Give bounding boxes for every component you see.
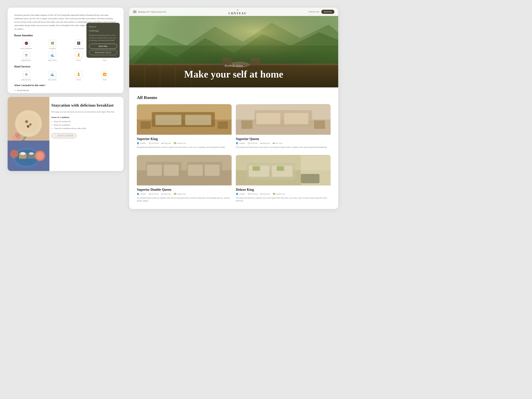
rooms-grid: Superior King 👤 2 Adults ⬜ 24-26 m2 🛏 Ki… xyxy=(137,104,331,204)
meta-size: ⬜ 24-26 m2 xyxy=(149,193,159,195)
need-help-button[interactable]: Need help? Call us! xyxy=(89,50,117,55)
wifi-label: WIFI xyxy=(103,60,107,61)
food-image-left xyxy=(8,97,49,146)
heat-pool-icon: 🌊 xyxy=(49,51,56,59)
hero-title: Make your self at home xyxy=(129,69,338,80)
service-heat-pool-label: HEAT POOL xyxy=(48,79,57,81)
svg-rect-39 xyxy=(155,115,181,125)
svg-rect-55 xyxy=(164,165,179,176)
room-image-king xyxy=(137,104,232,135)
list-item: Enjoy No Facility Fee. xyxy=(54,120,117,123)
hamburger-menu-icon[interactable] xyxy=(133,11,136,13)
room-detail-card: Surround yourself with simple elegance i… xyxy=(8,8,124,93)
room-info-queen: Superior Queen 👤 2 Adults ⬜ 24-36 m2 🛏 K… xyxy=(236,135,331,151)
terms-title: Terms & Conditions xyxy=(51,116,117,118)
room-card-double-queen[interactable]: Superior Double Queen 👤 2 Adults ⬜ 24-26… xyxy=(137,155,232,204)
room-card-deluxe-king[interactable]: Deluxe King 👤 2 Adults ⬜ 34-36 m2 🛏 King… xyxy=(236,155,331,204)
car-parking-icon: 🅿 xyxy=(75,40,82,47)
meta-size: ⬜ 34-36 m2 xyxy=(247,193,258,195)
staycation-card: Staycation with delicious breakfast The … xyxy=(8,97,124,171)
hotel-logo-container: ✦ CHÂTEAU xyxy=(228,9,247,15)
room-desc-king: Designed and manufactured by a team of e… xyxy=(137,146,232,149)
room-name-king: Superior King xyxy=(137,137,232,141)
svg-rect-40 xyxy=(185,115,211,125)
breakfast-icon: ☕ xyxy=(23,51,30,59)
car-parking-label: CAR PARKING xyxy=(73,48,84,50)
room-image-double-queen xyxy=(137,155,232,185)
service-wifi-label: WIFI xyxy=(103,79,107,81)
svg-rect-61 xyxy=(301,174,319,183)
room-info-king: Superior King 👤 2 Adults ⬜ 24-26 m2 🛏 Ki… xyxy=(137,135,232,151)
svg-point-4 xyxy=(29,123,32,126)
hero-subtitle: Room & Suites xyxy=(129,64,338,67)
meta-adults: 👤 2 Adults xyxy=(236,142,245,144)
list-item: 140×200 cm Elite bed xyxy=(17,92,117,93)
room-card-superior-king[interactable]: Superior King 👤 2 Adults ⬜ 24-26 m2 🛏 Ki… xyxy=(137,104,232,151)
hotel-services-grid: ☕ BREAKFAST 🌊 HEAT POOL 🧘 YOGA 📶 WIFI xyxy=(14,71,117,81)
meta-size: ⬜ 24-36 m2 xyxy=(247,142,258,144)
service-yoga: 🧘 YOGA xyxy=(66,71,91,81)
list-item: Cannot be combined with any other offers… xyxy=(54,127,117,130)
room-meta-queen: 👤 2 Adults ⬜ 24-36 m2 🛏 King size 🏙 City… xyxy=(236,142,331,144)
breakfast-label: BREAKFAST xyxy=(21,60,31,61)
room-meta-double-queen: 👤 2 Adults ⬜ 24-26 m2 🛏 King size 🌿 Gard… xyxy=(137,193,232,195)
hotel-services-section: Hotel Services ☕ BREAKFAST 🌊 HEAT POOL 🧘… xyxy=(14,65,117,81)
amenity-breakfast: ☕ BREAKFAST xyxy=(14,51,38,61)
service-wifi: 📶 WIFI xyxy=(93,71,117,81)
staycation-title: Staycation with delicious breakfast xyxy=(51,103,117,108)
svg-rect-47 xyxy=(284,113,308,124)
room-meta-king: 👤 2 Adults ⬜ 24-26 m2 🛏 King size 🌿 Gard… xyxy=(137,142,232,144)
svg-point-8 xyxy=(15,133,19,137)
meta-view: 🌿 Garden view xyxy=(273,193,285,195)
service-breakfast-label: BREAKFAST xyxy=(21,79,31,81)
service-breakfast: ☕ BREAKFAST xyxy=(14,71,38,81)
room-name-queen: Superior Queen xyxy=(236,137,331,141)
rooms-section: All Rooms xyxy=(129,89,338,209)
service-breakfast-icon: ☕ xyxy=(23,71,30,78)
svg-point-17 xyxy=(36,152,44,160)
garden-label: GARDEN xyxy=(49,48,56,50)
svg-rect-42 xyxy=(218,121,228,129)
hotel-header: Manhattan, NY • Mostly Sunny 34°C ✦ CHÂT… xyxy=(129,8,338,16)
room-name-double-queen: Superior Double Queen xyxy=(137,188,232,192)
heat-pool-label: HEAT POOL xyxy=(48,60,57,61)
meta-view: 🌿 Garden view xyxy=(174,193,186,195)
hotel-logo: CHÂTEAU xyxy=(228,12,247,15)
reserve-box: Reserve: $1200/Night Designed and manufa… xyxy=(86,23,120,58)
meta-adults: 👤 2 Adults xyxy=(137,193,146,195)
room-desc-deluxe-king: This king room delivers a superior stay … xyxy=(236,196,331,202)
book-now-button[interactable]: Book Now xyxy=(89,44,117,49)
meta-bed: 🛏 King size xyxy=(161,193,171,195)
terms-list: Enjoy No Facility Fee. Based on availabi… xyxy=(51,120,117,130)
room-image-queen xyxy=(236,104,331,135)
yoga-label: YOGA xyxy=(76,60,81,61)
service-yoga-label: YOGA xyxy=(76,79,81,81)
room-desc-queen: Soft neutrals and sleek brass accents sh… xyxy=(236,146,331,149)
meta-adults: 👤 2 Adults xyxy=(236,193,245,195)
room-info-double-queen: Superior Double Queen 👤 2 Adults ⬜ 24-26… xyxy=(137,185,232,204)
meta-view: 🌿 Garden view xyxy=(174,142,186,144)
hotel-book-now-button[interactable]: Book Now xyxy=(321,10,334,14)
svg-point-2 xyxy=(18,114,39,133)
service-heat-pool: 🌊 HEAT POOL xyxy=(40,71,65,81)
room-name-deluxe-king: Deluxe King xyxy=(236,188,331,192)
meta-bed: 🛏 King size xyxy=(260,193,270,195)
amenity-garden: 🌿 GARDEN xyxy=(40,40,65,50)
hotel-website-panel: Manhattan, NY • Mostly Sunny 34°C ✦ CHÂT… xyxy=(129,8,338,209)
meta-view: 🏙 City view xyxy=(273,142,283,144)
amenity-heat-pool: 🌊 HEAT POOL xyxy=(40,51,65,61)
service-wifi-icon: 📶 xyxy=(101,71,108,78)
staycation-description: The longer you stay, the more you save a… xyxy=(51,110,117,114)
svg-rect-56 xyxy=(188,165,203,176)
svg-rect-66 xyxy=(277,166,284,171)
header-left: Manhattan, NY • Mostly Sunny 34°C xyxy=(133,11,166,13)
non-smoking-icon: 🚭 xyxy=(23,40,30,47)
svg-rect-65 xyxy=(253,166,260,171)
room-card-superior-queen[interactable]: Superior Queen 👤 2 Adults ⬜ 24-36 m2 🛏 K… xyxy=(236,104,331,151)
amenity-non-smoking: 🚭 NON-SMOKING xyxy=(14,40,38,50)
included-section: What's included in this suite? Private b… xyxy=(14,84,117,93)
hotel-services-title: Hotel Services xyxy=(14,65,117,68)
meta-size: ⬜ 24-26 m2 xyxy=(149,142,159,144)
hero-text: Room & Suites Make your self at home xyxy=(129,64,338,80)
book-a-room-button[interactable]: → BOOK A ROOM xyxy=(51,133,76,138)
